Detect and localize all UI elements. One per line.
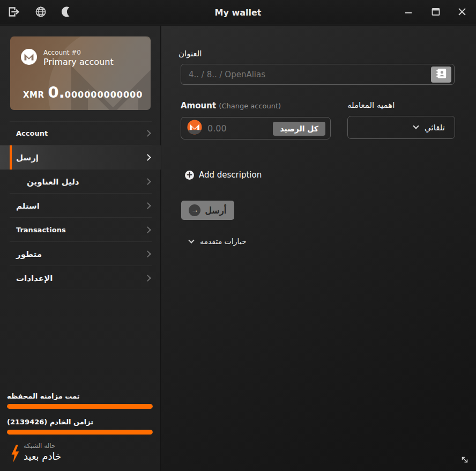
address-label: العنوان <box>178 49 202 58</box>
balance-decimals: 000000000000 <box>65 90 143 100</box>
sidebar-item-label: Transactions <box>16 226 66 234</box>
active-indicator <box>10 145 12 170</box>
wallet-window: My wallet <box>0 0 476 471</box>
account-name: Primary account <box>43 57 114 67</box>
send-button-label: أرسل <box>205 205 226 216</box>
daemon-sync-progressbar <box>7 430 153 435</box>
maximize-button[interactable] <box>429 6 443 20</box>
address-book-button[interactable] <box>431 67 451 83</box>
amount-input[interactable] <box>202 123 261 134</box>
monero-coin-icon <box>187 120 202 137</box>
minimize-icon <box>402 5 415 20</box>
advanced-options-toggle[interactable]: خيارات متقدمه <box>189 237 247 246</box>
sidebar-item-advanced[interactable]: متطور <box>0 242 161 266</box>
title-bar: My wallet <box>0 0 476 25</box>
amount-field-container: كل الرصيد <box>181 117 331 139</box>
all-balance-button[interactable]: كل الرصيد <box>273 122 325 136</box>
amount-label-row: Amount (Change account) <box>181 101 281 111</box>
monero-logo-icon <box>21 49 37 67</box>
add-description-label: Add description <box>199 170 262 180</box>
sidebar-item-label: استلم <box>16 201 40 211</box>
balance: XMR 0. 000000000000 <box>23 83 143 101</box>
address-book-icon <box>436 68 447 81</box>
sidebar: Account #0 Primary account XMR 0. 000000… <box>0 26 161 471</box>
sidebar-item-label: Account <box>16 129 48 137</box>
change-account-link[interactable]: (Change account) <box>219 102 281 110</box>
chevron-right-icon <box>144 202 151 209</box>
add-description-button[interactable]: + Add description <box>185 170 262 180</box>
priority-selected-value: تلقائي <box>425 123 445 133</box>
sidebar-item-label: إرسل <box>16 153 39 163</box>
chevron-down-icon <box>413 123 419 129</box>
chevron-right-icon <box>144 251 151 257</box>
send-button[interactable]: → أرسل <box>181 201 234 220</box>
balance-whole: 0. <box>48 83 65 101</box>
send-page: العنوان Amount (Change account) اهميه ال <box>161 26 476 471</box>
resize-handle-icon[interactable] <box>460 455 470 467</box>
daemon-sync-label: تزامن الخادم (2139426) <box>7 418 93 426</box>
sidebar-item-label: دليل العناوين <box>27 177 79 187</box>
address-field-container <box>181 64 455 85</box>
close-icon <box>456 5 468 20</box>
daemon-sync-progress-fill <box>7 430 153 435</box>
network-status-value: خادم بعيد <box>24 451 61 462</box>
chevron-right-icon <box>144 226 151 233</box>
sidebar-item-settings[interactable]: الإعدادات <box>0 266 161 290</box>
arrow-right-circle-icon: → <box>189 204 200 216</box>
priority-dropdown[interactable]: تلقائي <box>347 116 455 139</box>
wallet-sync-progressbar <box>7 404 153 409</box>
wallet-sync-label: تمت مزامنه المحفظه <box>7 392 80 400</box>
minimize-button[interactable] <box>401 6 415 20</box>
advanced-options-label: خيارات متقدمه <box>200 237 247 246</box>
address-input[interactable] <box>181 70 454 79</box>
chevron-right-icon <box>144 178 151 185</box>
chevron-right-icon <box>144 275 151 282</box>
maximize-icon <box>429 5 442 20</box>
chevron-right-icon <box>144 130 151 137</box>
close-button[interactable] <box>455 6 469 20</box>
lightning-bolt-icon <box>11 445 20 465</box>
sidebar-item-label: متطور <box>16 249 42 259</box>
sidebar-item-receive[interactable]: استلم <box>0 194 161 218</box>
chevron-down-icon <box>188 237 194 243</box>
priority-label: اهميه المعامله <box>347 100 395 110</box>
sidebar-item-address-book[interactable]: دليل العناوين <box>0 170 161 194</box>
sidebar-item-account[interactable]: Account <box>0 121 161 145</box>
plus-circle-icon: + <box>185 171 194 180</box>
amount-label: Amount <box>181 101 216 111</box>
chevron-right-icon <box>144 154 151 161</box>
account-index: Account #0 <box>43 49 114 57</box>
sidebar-item-send[interactable]: إرسل <box>0 145 161 170</box>
account-card-header: Account #0 Primary account <box>21 49 114 67</box>
sidebar-item-label: الإعدادات <box>16 274 53 283</box>
account-card[interactable]: Account #0 Primary account XMR 0. 000000… <box>10 36 151 110</box>
sidebar-menu: Account إرسل دليل العناوين استلم Transac… <box>0 121 161 290</box>
network-status-label: حاله الشبكه <box>24 442 55 450</box>
balance-currency: XMR <box>23 90 44 100</box>
wallet-sync-progress-fill <box>7 404 153 409</box>
sidebar-item-transactions[interactable]: Transactions <box>0 218 161 242</box>
